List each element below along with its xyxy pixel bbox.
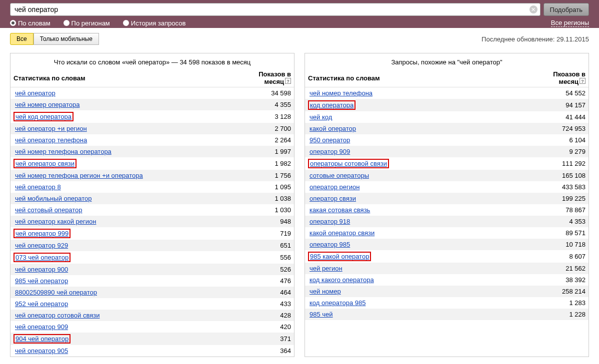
term-cell: чей оператор 999 bbox=[14, 229, 241, 238]
term-link[interactable]: операторы сотовой связи bbox=[308, 159, 389, 168]
term-cell: 904 чей оператор bbox=[14, 334, 241, 344]
term-link[interactable]: чей оператор +и регион bbox=[14, 124, 88, 133]
term-link[interactable]: 985 чей оператор bbox=[14, 277, 70, 285]
term-link[interactable]: чей оператор какой регион bbox=[14, 217, 98, 226]
term-link[interactable]: код оператора 985 bbox=[308, 299, 367, 307]
term-cell: чей номер телефона регион +и оператора bbox=[14, 171, 241, 180]
help-icon[interactable]: ? bbox=[285, 78, 291, 84]
count-cell: 948 bbox=[241, 218, 291, 225]
term-link[interactable]: чей номер оператора bbox=[14, 100, 81, 109]
mode-by-words[interactable]: По словам bbox=[10, 19, 50, 27]
clear-icon[interactable]: ✕ bbox=[530, 5, 538, 13]
count-cell: 54 552 bbox=[536, 89, 586, 97]
table-row: 073 чей оператор556 bbox=[10, 251, 294, 264]
term-link[interactable]: 904 чей оператор bbox=[14, 334, 70, 344]
count-cell: 651 bbox=[241, 242, 291, 249]
count-cell: 2 700 bbox=[241, 125, 291, 132]
term-link[interactable]: чей оператор bbox=[14, 89, 57, 97]
term-link[interactable]: чей код bbox=[308, 113, 334, 121]
table-row: 88002509890 чей оператор464 bbox=[10, 287, 294, 298]
mode-history[interactable]: История запросов bbox=[123, 19, 186, 27]
term-cell: чей оператор 8 bbox=[14, 183, 241, 191]
count-cell: 34 598 bbox=[241, 89, 291, 97]
term-link[interactable]: 073 чей оператор bbox=[14, 253, 70, 262]
mode-label: По регионам bbox=[72, 19, 110, 27]
search-input[interactable] bbox=[10, 3, 540, 16]
count-cell: 371 bbox=[241, 335, 291, 343]
term-link[interactable]: код оператора bbox=[308, 100, 356, 110]
term-cell: чей оператор 909 bbox=[14, 323, 241, 331]
term-link[interactable]: чей оператор 909 bbox=[14, 323, 70, 331]
term-cell: чей номер bbox=[308, 287, 536, 296]
rows-container: чей номер телефона54 552код оператора94 … bbox=[305, 87, 588, 320]
term-link[interactable]: оператор 909 bbox=[308, 147, 352, 156]
count-cell: 9 279 bbox=[536, 148, 586, 155]
count-cell: 719 bbox=[241, 230, 291, 237]
term-link[interactable]: оператор 985 bbox=[308, 240, 352, 249]
help-icon[interactable]: ? bbox=[580, 78, 586, 84]
term-link[interactable]: чей оператор 8 bbox=[14, 183, 62, 191]
term-link[interactable]: чей оператор 900 bbox=[14, 265, 70, 274]
radio-icon bbox=[123, 20, 129, 26]
term-link[interactable]: оператор связи bbox=[308, 194, 358, 203]
term-cell: 073 чей оператор bbox=[14, 253, 241, 262]
count-cell: 2 264 bbox=[241, 136, 291, 144]
region-link[interactable]: Все регионы bbox=[551, 19, 589, 27]
term-cell: код какого оператора bbox=[308, 276, 536, 284]
term-link[interactable]: какой оператор связи bbox=[308, 229, 376, 237]
term-link[interactable]: чей регион bbox=[308, 264, 344, 273]
term-cell: чей оператор 905 bbox=[14, 347, 241, 355]
term-link[interactable]: чей номер bbox=[308, 287, 342, 296]
term-link[interactable]: чей мобильный оператор bbox=[14, 194, 93, 203]
term-link[interactable]: какая сотовая связь bbox=[308, 206, 372, 214]
term-link[interactable]: чей номер телефона регион +и оператора bbox=[14, 171, 144, 180]
count-cell: 6 104 bbox=[536, 136, 586, 144]
submit-button[interactable]: Подобрать bbox=[544, 3, 589, 16]
term-link[interactable]: 88002509890 чей оператор bbox=[14, 288, 98, 297]
term-link[interactable]: оператор 918 bbox=[308, 217, 352, 226]
term-link[interactable]: 985 чей bbox=[308, 310, 334, 319]
term-cell: чей оператор связи bbox=[14, 159, 241, 168]
term-cell: чей оператор сотовой связи bbox=[14, 311, 241, 320]
term-link[interactable]: чей оператор 999 bbox=[14, 229, 70, 238]
term-link[interactable]: сотовые операторы bbox=[308, 171, 370, 180]
term-link[interactable]: чей номер телефона bbox=[308, 89, 374, 97]
table-row: 985 чей оператор476 bbox=[10, 275, 294, 287]
term-cell: какая сотовая связь bbox=[308, 206, 536, 214]
term-link[interactable]: чей оператор 905 bbox=[14, 347, 70, 355]
count-cell: 428 bbox=[241, 312, 291, 319]
term-link[interactable]: чей код оператора bbox=[14, 112, 74, 121]
table-row: чей оператор 900526 bbox=[10, 264, 294, 275]
tab-mobile[interactable]: Только мобильные bbox=[34, 33, 99, 45]
panel-title: Что искали со словом «чей оператор» — 34… bbox=[10, 53, 294, 69]
table-row: оператор 9099 279 bbox=[305, 146, 588, 157]
table-row: чей оператор 905364 bbox=[10, 345, 294, 357]
term-link[interactable]: код какого оператора bbox=[308, 276, 376, 284]
term-link[interactable]: чей оператор сотовой связи bbox=[14, 311, 101, 320]
search-wrap: ✕ bbox=[10, 3, 540, 16]
term-link[interactable]: чей оператор связи bbox=[14, 159, 76, 168]
table-row: оператор связи199 225 bbox=[305, 193, 588, 204]
term-link[interactable]: какой оператор bbox=[308, 124, 358, 133]
term-cell: чей оператор какой регион bbox=[14, 217, 241, 226]
term-link[interactable]: чей оператор 929 bbox=[14, 241, 70, 250]
term-cell: чей мобильный оператор bbox=[14, 194, 241, 203]
count-cell: 1 756 bbox=[241, 172, 291, 179]
term-link[interactable]: чей номер телефона оператора bbox=[14, 147, 113, 156]
term-link[interactable]: 952 чей оператор bbox=[14, 300, 70, 308]
count-cell: 724 953 bbox=[536, 125, 586, 132]
table-row: чей оператор34 598 bbox=[10, 87, 294, 99]
mode-by-regions[interactable]: По регионам bbox=[64, 19, 110, 27]
term-link[interactable]: 985 какой оператор bbox=[308, 252, 371, 261]
tab-all[interactable]: Все bbox=[10, 33, 34, 45]
term-link[interactable]: оператор регион bbox=[308, 183, 361, 191]
term-cell: чей номер телефона оператора bbox=[14, 147, 241, 156]
count-cell: 1 982 bbox=[241, 160, 291, 167]
term-link[interactable]: чей оператор телефона bbox=[14, 136, 88, 144]
term-link[interactable]: 950 оператор bbox=[308, 136, 352, 144]
term-link[interactable]: чей сотовый оператор bbox=[14, 206, 84, 214]
table-row: 904 чей оператор371 bbox=[10, 333, 294, 345]
table-row: чей номер телефона регион +и оператора1 … bbox=[10, 170, 294, 181]
count-cell: 526 bbox=[241, 266, 291, 273]
table-row: операторы сотовой связи111 292 bbox=[305, 157, 588, 170]
